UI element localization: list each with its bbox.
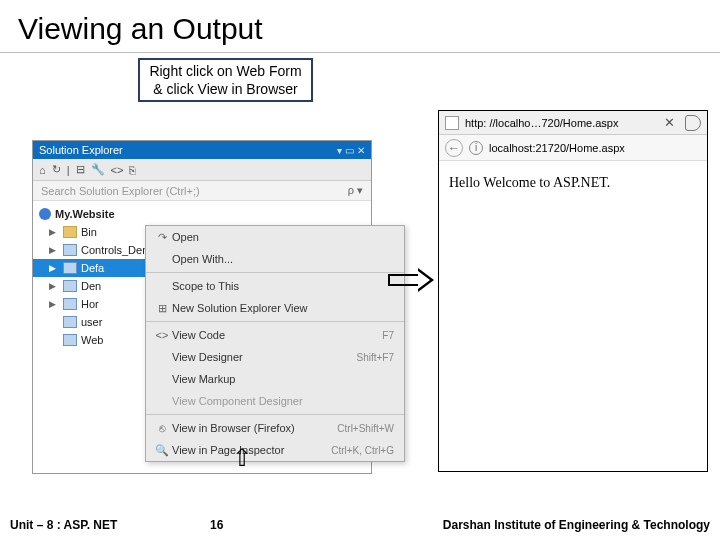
code-icon[interactable]: <> [111, 164, 124, 176]
inspector-icon: 🔍 [152, 444, 172, 457]
tree-item-label: Bin [81, 226, 97, 238]
context-menu: ↷ Open Open With... Scope to This ⊞ New … [145, 225, 405, 462]
chevron-icon[interactable]: ▶ [49, 227, 59, 237]
file-icon [63, 316, 77, 328]
menu-label: View Designer [172, 351, 356, 363]
menu-shortcut: Ctrl+Shift+W [337, 423, 398, 434]
menu-label: Open With... [172, 253, 398, 265]
arrow-right-icon [388, 270, 436, 290]
menu-label: Open [172, 231, 398, 243]
menu-shortcut: Shift+F7 [356, 352, 398, 363]
menu-item-open[interactable]: ↷ Open [146, 226, 404, 248]
back-button[interactable]: ← [445, 139, 463, 157]
address-text[interactable]: localhost:21720/Home.aspx [489, 142, 625, 154]
file-icon [63, 334, 77, 346]
chevron-icon[interactable]: ▶ [49, 263, 59, 273]
menu-item-component-designer: View Component Designer [146, 390, 404, 412]
menu-label: View in Browser (Firefox) [172, 422, 337, 434]
footer-institute: Darshan Institute of Engineering & Techn… [270, 518, 720, 532]
slide-footer: Unit – 8 : ASP. NET 16 Darshan Institute… [0, 518, 720, 532]
menu-label: Scope to This [172, 280, 398, 292]
window-icon: ⊞ [152, 302, 172, 315]
solution-explorer-header: Solution Explorer ▾ ▭ ✕ [33, 141, 371, 159]
panel-controls[interactable]: ▾ ▭ ✕ [337, 145, 365, 156]
solution-explorer-title: Solution Explorer [39, 144, 123, 156]
tree-root-label: My.Website [55, 208, 115, 220]
search-placeholder: Search Solution Explorer (Ctrl+;) [41, 185, 200, 197]
info-icon[interactable]: i [469, 141, 483, 155]
chevron-icon[interactable]: ▶ [49, 245, 59, 255]
page-content: Hello Welcome to ASP.NET. [439, 161, 707, 205]
open-icon: ↷ [152, 231, 172, 244]
tree-item-label: Defa [81, 262, 104, 274]
search-dropdown-icon[interactable]: ρ ▾ [348, 184, 363, 197]
solution-explorer-toolbar[interactable]: ⌂ ↻ | ⊟ 🔧 <> ⎘ [33, 159, 371, 181]
file-icon [63, 244, 77, 256]
menu-item-scope[interactable]: Scope to This [146, 275, 404, 297]
tab-title: http: //localho…720/Home.aspx [465, 117, 618, 129]
instruction-callout: Right click on Web Form & click View in … [138, 58, 313, 102]
chevron-icon[interactable]: ▶ [49, 299, 59, 309]
browser-icon: ⎋ [152, 422, 172, 434]
file-icon [63, 262, 77, 274]
slide-title: Viewing an Output [0, 0, 720, 52]
menu-item-page-inspector[interactable]: 🔍 View in Page Inspector Ctrl+K, Ctrl+G [146, 439, 404, 461]
footer-unit: Unit – 8 : ASP. NET [0, 518, 210, 532]
file-icon [63, 280, 77, 292]
close-tab-icon[interactable]: ✕ [664, 115, 675, 130]
globe-icon [39, 208, 51, 220]
menu-separator [146, 414, 404, 415]
link-icon[interactable]: ⎘ [129, 164, 136, 176]
window-loop-icon [685, 115, 701, 131]
divider [0, 52, 720, 53]
browser-tab[interactable]: http: //localho…720/Home.aspx ✕ [439, 111, 707, 135]
menu-item-view-designer[interactable]: View Designer Shift+F7 [146, 346, 404, 368]
tree-root[interactable]: My.Website [33, 205, 371, 223]
home-icon[interactable]: ⌂ [39, 164, 46, 176]
browser-window: http: //localho…720/Home.aspx ✕ ← i loca… [438, 110, 708, 472]
chevron-icon[interactable]: ▶ [49, 281, 59, 291]
tree-item-label: Den [81, 280, 101, 292]
menu-separator [146, 272, 404, 273]
arrow-up-icon: ⇧ [232, 444, 252, 472]
collapse-icon[interactable]: ⊟ [76, 163, 85, 176]
menu-item-view-markup[interactable]: View Markup [146, 368, 404, 390]
solution-explorer-search[interactable]: Search Solution Explorer (Ctrl+;) ρ ▾ [33, 181, 371, 201]
file-icon [63, 298, 77, 310]
menu-shortcut: F7 [382, 330, 398, 341]
refresh-icon[interactable]: ↻ [52, 163, 61, 176]
menu-item-new-view[interactable]: ⊞ New Solution Explorer View [146, 297, 404, 319]
menu-label: New Solution Explorer View [172, 302, 398, 314]
menu-item-view-code[interactable]: <> View Code F7 [146, 324, 404, 346]
browser-addressbar: ← i localhost:21720/Home.aspx [439, 135, 707, 161]
menu-separator [146, 321, 404, 322]
code-icon: <> [152, 329, 172, 341]
footer-page: 16 [210, 518, 270, 532]
menu-label: View Markup [172, 373, 398, 385]
menu-item-open-with[interactable]: Open With... [146, 248, 404, 270]
menu-label: View Component Designer [172, 395, 398, 407]
folder-icon [63, 226, 77, 238]
tree-item-label: user [81, 316, 102, 328]
toolbar-sep: | [67, 164, 70, 176]
properties-icon[interactable]: 🔧 [91, 163, 105, 176]
tree-item-label: Web [81, 334, 103, 346]
menu-item-view-browser[interactable]: ⎋ View in Browser (Firefox) Ctrl+Shift+W [146, 417, 404, 439]
page-icon [445, 116, 459, 130]
menu-label: View Code [172, 329, 382, 341]
menu-shortcut: Ctrl+K, Ctrl+G [331, 445, 398, 456]
tree-item-label: Hor [81, 298, 99, 310]
